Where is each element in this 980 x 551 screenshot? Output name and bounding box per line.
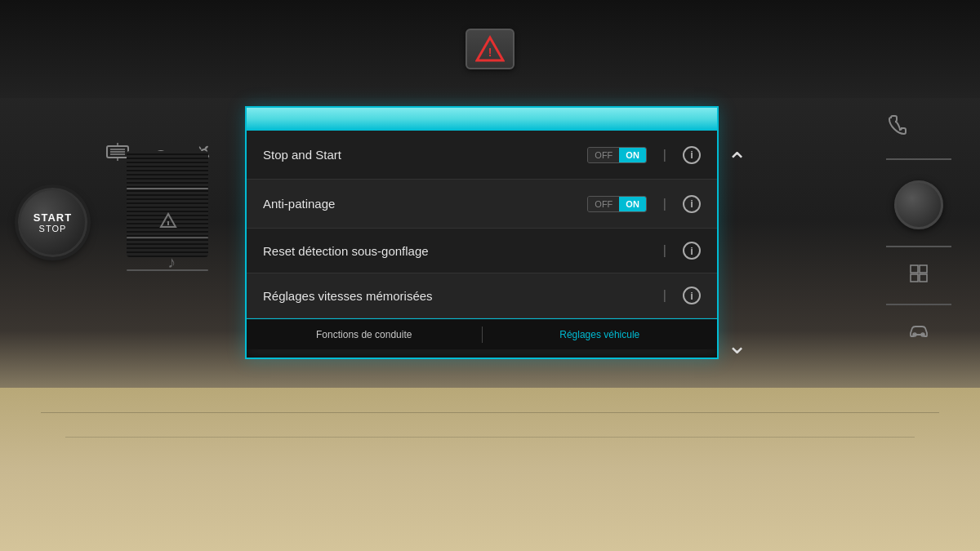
stop-and-start-row[interactable]: Stop and Start OFF ON | i ⌃: [247, 131, 717, 180]
stop-start-info-button[interactable]: i: [683, 146, 701, 164]
dashboard: ! START STOP: [0, 0, 980, 551]
right-controls: [886, 114, 951, 344]
hazard-button[interactable]: !: [466, 29, 514, 69]
car-settings-icon[interactable]: [886, 322, 951, 344]
screen-content: Stop and Start OFF ON | i ⌃ Anti-patinag…: [247, 131, 717, 318]
anti-patinage-label: Anti-patinage: [263, 197, 587, 211]
tab-reglages-vehicule[interactable]: Réglages véhicule: [483, 322, 718, 347]
svg-rect-14: [920, 265, 927, 273]
up-chevron[interactable]: ⌃: [719, 143, 755, 180]
toggle-off-label2: OFF: [588, 197, 619, 211]
toggle-on-label: ON: [619, 148, 646, 162]
toggle-on-label2: ON: [619, 197, 646, 211]
svg-rect-15: [911, 274, 918, 282]
start-label: START: [33, 211, 72, 224]
volume-knob[interactable]: [894, 180, 943, 229]
reglages-vitesses-label: Réglages vitesses mémorisées: [263, 289, 657, 303]
stop-label: STOP: [39, 224, 67, 233]
top-vent-area: !: [0, 0, 980, 98]
tab-fonctions-conduite[interactable]: Fonctions de conduite: [247, 322, 482, 347]
separator: |: [663, 148, 666, 162]
separator2: |: [663, 197, 666, 211]
reglages-vitesses-info-button[interactable]: i: [683, 287, 701, 304]
screen-tabs: Fonctions de conduite Réglages véhicule: [247, 318, 717, 349]
nav-icon[interactable]: [159, 212, 177, 234]
screen-header: [247, 108, 717, 131]
reset-detection-label: Reset détection sous-gonflage: [263, 244, 657, 258]
separator4: |: [663, 288, 666, 303]
reglages-vitesses-row[interactable]: Réglages vitesses mémorisées | i ⌄: [247, 273, 717, 318]
stop-and-start-label: Stop and Start: [263, 148, 587, 162]
anti-patinage-control: OFF ON | i: [587, 195, 701, 213]
reset-detection-control: | i: [657, 242, 701, 260]
start-stop-button[interactable]: START STOP: [18, 188, 87, 257]
scroll-arrows-container: ⌃ ⌄: [719, 143, 755, 363]
anti-patinage-row[interactable]: Anti-patinage OFF ON | i: [247, 180, 717, 229]
stop-start-toggle[interactable]: OFF ON: [587, 147, 647, 163]
reset-detection-row[interactable]: Reset détection sous-gonflage | i: [247, 229, 717, 273]
separator3: |: [663, 243, 666, 258]
reset-detection-info-button[interactable]: i: [683, 242, 701, 260]
bottom-dashboard: [0, 388, 980, 551]
svg-rect-16: [920, 274, 927, 282]
toggle-off-label: OFF: [588, 148, 619, 162]
svg-rect-13: [911, 265, 918, 273]
stop-and-start-control: OFF ON | i: [587, 146, 701, 164]
rear-defrost-icon[interactable]: [106, 143, 129, 165]
phone-icon[interactable]: [886, 114, 951, 142]
main-screen: Stop and Start OFF ON | i ⌃ Anti-patinag…: [245, 106, 719, 359]
anti-patinage-info-button[interactable]: i: [683, 195, 701, 213]
svg-text:!: !: [488, 46, 492, 59]
down-chevron[interactable]: ⌄: [719, 327, 755, 363]
reglages-vitesses-control: | i: [657, 287, 701, 304]
grid-icon[interactable]: [886, 264, 951, 287]
anti-patinage-toggle[interactable]: OFF ON: [587, 196, 647, 212]
